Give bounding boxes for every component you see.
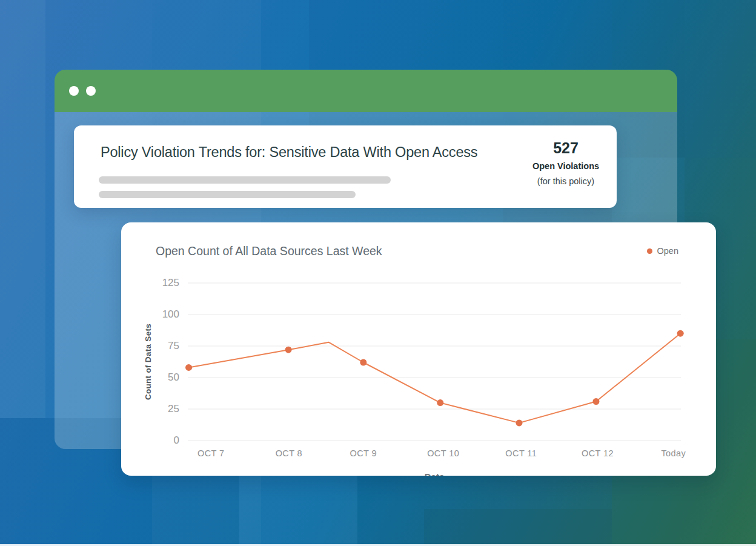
stat-label: Open Violations bbox=[525, 161, 607, 171]
chart-card: Open Count of All Data Sources Last Week… bbox=[121, 222, 716, 476]
y-tick-label: 100 bbox=[121, 308, 179, 321]
y-tick-label: 25 bbox=[121, 403, 179, 415]
legend-dot-icon bbox=[647, 248, 652, 254]
skeleton-bar bbox=[99, 191, 356, 198]
window-control-dot-icon[interactable] bbox=[69, 86, 79, 96]
bg-tile bbox=[0, 0, 45, 418]
skeleton-bar bbox=[99, 176, 391, 184]
data-point-marker[interactable] bbox=[360, 359, 366, 366]
x-tick-label: OCT 8 bbox=[253, 448, 325, 458]
data-point-marker[interactable] bbox=[593, 398, 600, 405]
legend-item-open[interactable]: Open bbox=[647, 246, 678, 256]
stat-value: 527 bbox=[525, 139, 607, 157]
policy-violation-card: Policy Violation Trends for: Sensitive D… bbox=[74, 125, 617, 208]
x-tick-label: Today bbox=[637, 448, 710, 458]
x-tick-label: OCT 11 bbox=[485, 448, 557, 458]
x-tick-label: OCT 7 bbox=[174, 448, 247, 458]
trend-line-open bbox=[189, 333, 681, 423]
line-chart-plot bbox=[188, 283, 681, 441]
y-axis-title: Count of Data Sets bbox=[144, 283, 156, 441]
window-title-bar bbox=[55, 70, 677, 112]
y-tick-label: 50 bbox=[121, 371, 179, 384]
data-point-marker[interactable] bbox=[437, 399, 443, 406]
data-point-marker[interactable] bbox=[185, 364, 192, 371]
data-point-marker[interactable] bbox=[516, 419, 523, 426]
y-tick-label: 75 bbox=[121, 340, 179, 352]
x-tick-label: OCT 9 bbox=[327, 448, 400, 458]
legend-label: Open bbox=[657, 246, 678, 256]
window-control-dot-icon[interactable] bbox=[86, 86, 96, 96]
x-tick-label: OCT 12 bbox=[561, 448, 634, 458]
policy-card-title: Policy Violation Trends for: Sensitive D… bbox=[101, 144, 477, 161]
x-axis-title-clipped: Date bbox=[188, 471, 681, 476]
data-point-marker[interactable] bbox=[677, 330, 684, 337]
x-tick-label: OCT 10 bbox=[407, 448, 480, 458]
bg-tile bbox=[685, 0, 756, 158]
y-tick-label: 125 bbox=[121, 277, 179, 289]
chart-title: Open Count of All Data Sources Last Week bbox=[156, 244, 382, 258]
screenshot-stage: Policy Violation Trends for: Sensitive D… bbox=[0, 0, 756, 546]
data-point-marker[interactable] bbox=[285, 347, 292, 353]
y-tick-label: 0 bbox=[121, 434, 179, 447]
open-violations-stat: 527 Open Violations (for this policy) bbox=[525, 139, 607, 186]
bg-tile bbox=[424, 509, 612, 546]
stat-sublabel: (for this policy) bbox=[525, 176, 607, 186]
